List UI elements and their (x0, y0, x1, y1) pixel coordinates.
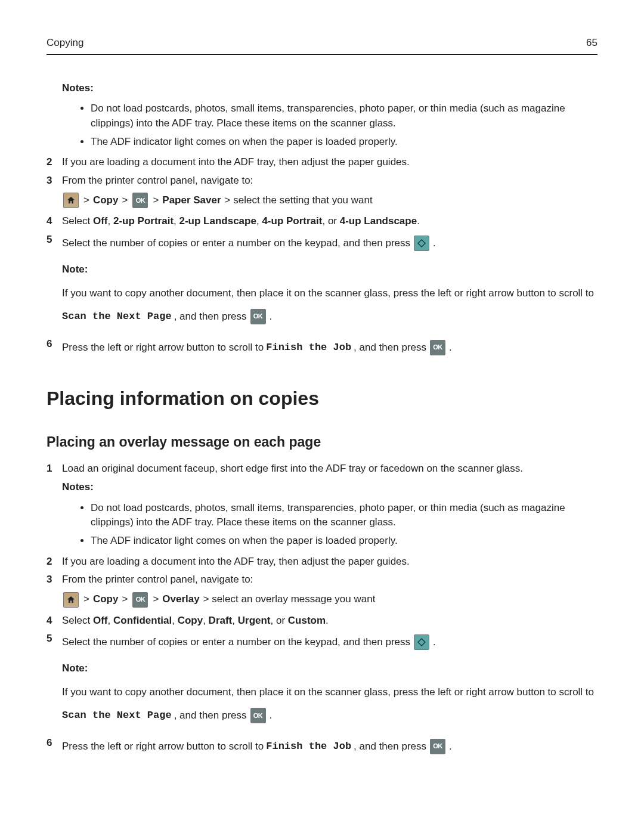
step-4: 4 Select Off, Confidential, Copy, Draft,… (47, 614, 597, 628)
note-label: Note: (62, 259, 88, 280)
text: Press the left or right arrow button to … (62, 736, 264, 757)
step-body: From the printer control panel, navigate… (62, 572, 597, 587)
nav-tail: > select the setting that you want (225, 193, 373, 208)
nav-tail: > select an overlay message you want (203, 592, 376, 607)
text: . (326, 615, 329, 626)
start-icon (414, 634, 429, 650)
text: Select the number of copies or enter a n… (62, 233, 410, 254)
ok-icon: OK (430, 340, 445, 355)
text: . (270, 705, 273, 726)
step-body: Select the number of copies or enter a n… (62, 631, 597, 729)
step-number: 3 (47, 174, 62, 188)
step-6: 6 Press the left or right arrow button t… (47, 337, 597, 358)
step-number: 2 (47, 555, 62, 569)
note-item: Do not load postcards, photos, small ite… (91, 101, 597, 131)
step-2: 2 If you are loading a document into the… (47, 555, 597, 569)
nav-sep: > (153, 193, 159, 208)
step-number: 5 (47, 233, 62, 330)
step-4: 4 Select Off, 2‑up Portrait, 2‑up Landsc… (47, 214, 597, 229)
step-body: Press the left or right arrow button to … (62, 736, 597, 757)
nav-sep: > (83, 592, 89, 607)
text: If you want to copy another document, th… (62, 283, 594, 304)
text: , and then press (354, 736, 426, 757)
step-body: Select Off, Confidential, Copy, Draft, U… (62, 614, 597, 628)
step-1: 1 Load an original document faceup, shor… (47, 462, 597, 476)
nav-copy: Copy (93, 592, 119, 607)
notes-list: Do not load postcards, photos, small ite… (47, 501, 597, 549)
step-number: 6 (47, 337, 62, 358)
header-section: Copying (47, 36, 83, 51)
text: Select the number of copies or enter a n… (62, 631, 410, 653)
nav-path: > Copy > OK > Overlay > select an overla… (62, 592, 597, 608)
text: , and then press (174, 306, 247, 327)
option-4up-landscape: 4‑up Landscape (340, 215, 417, 227)
step-6: 6 Press the left or right arrow button t… (47, 736, 597, 757)
step-number: 4 (47, 614, 62, 628)
code-text: Finish the Job (266, 337, 351, 358)
option-copy: Copy (178, 615, 203, 626)
code-text: Scan the Next Page (62, 306, 172, 327)
text: Select (62, 215, 93, 227)
text: , (108, 215, 113, 227)
step-body: Load an original document faceup, short … (62, 462, 597, 476)
text: , (174, 215, 179, 227)
ok-icon: OK (250, 708, 266, 723)
option-2up-landscape: 2‑up Landscape (179, 215, 256, 227)
step-body: From the printer control panel, navigate… (62, 174, 597, 188)
step-number: 6 (47, 736, 62, 757)
text: , (203, 615, 208, 626)
text: . (433, 233, 436, 254)
code-text: Scan the Next Page (62, 705, 172, 726)
note-item: Do not load postcards, photos, small ite… (91, 501, 597, 530)
step-number: 3 (47, 572, 62, 587)
option-custom: Custom (288, 615, 326, 626)
section-title: Placing information on copies (47, 385, 597, 412)
text: , (108, 615, 113, 626)
start-icon (414, 236, 429, 251)
subsection-title: Placing an overlay message on each page (47, 432, 597, 452)
step-number: 4 (47, 214, 62, 229)
step-body: Select the number of copies or enter a n… (62, 233, 597, 330)
option-draft: Draft (209, 615, 233, 626)
text: Select (62, 615, 93, 626)
nav-paper-saver: Paper Saver (162, 193, 221, 208)
home-icon (63, 592, 79, 608)
ok-icon: OK (132, 592, 148, 608)
note-item: The ADF indicator light comes on when th… (91, 534, 597, 549)
code-text: Finish the Job (266, 736, 351, 757)
step-body: Select Off, 2‑up Portrait, 2‑up Landscap… (62, 214, 597, 229)
step-number: 5 (47, 631, 62, 729)
step-5: 5 Select the number of copies or enter a… (47, 631, 597, 729)
ok-icon: OK (430, 739, 445, 754)
note-label: Note: (62, 658, 88, 679)
header-page-number: 65 (586, 36, 597, 51)
nav-copy: Copy (93, 193, 119, 208)
option-off: Off (93, 215, 108, 227)
step-body: If you are loading a document into the A… (62, 555, 597, 569)
text: . (449, 337, 452, 358)
nav-sep: > (153, 592, 159, 607)
step-number: 2 (47, 155, 62, 170)
text: , or (271, 615, 288, 626)
step-number: 1 (47, 462, 62, 476)
step-body: Press the left or right arrow button to … (62, 337, 597, 358)
page-header: Copying 65 (47, 36, 597, 55)
ok-icon: OK (132, 193, 148, 208)
ok-icon: OK (250, 309, 266, 324)
option-confidential: Confidential (113, 615, 172, 626)
option-urgent: Urgent (238, 615, 271, 626)
text: If you want to copy another document, th… (62, 682, 594, 703)
nav-overlay: Overlay (162, 592, 199, 607)
notes-list: Do not load postcards, photos, small ite… (47, 101, 597, 149)
text: . (433, 631, 436, 653)
text: Press the left or right arrow button to … (62, 337, 264, 358)
text: . (449, 736, 452, 757)
notes-heading: Notes: (62, 81, 597, 96)
step-3: 3 From the printer control panel, naviga… (47, 174, 597, 188)
text: , and then press (174, 705, 247, 726)
nav-sep: > (83, 193, 89, 208)
option-off: Off (93, 615, 108, 626)
notes-heading: Notes: (62, 480, 597, 495)
step-body: If you are loading a document into the A… (62, 155, 597, 170)
text: . (270, 306, 273, 327)
